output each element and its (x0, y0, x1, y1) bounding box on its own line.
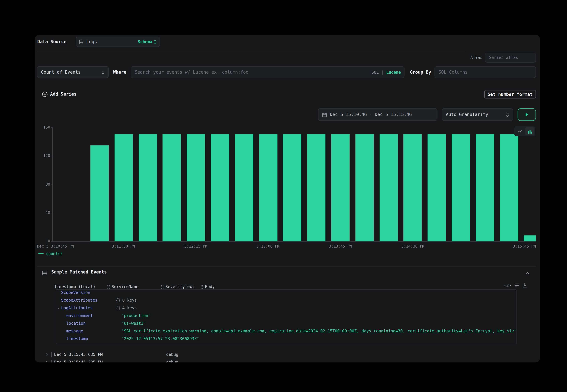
chart-bar (114, 134, 133, 241)
column-header-body[interactable]: Body (201, 284, 215, 289)
y-tick-label: 40 (35, 210, 50, 215)
chart-bar (524, 236, 536, 241)
sql-option[interactable]: SQL (371, 70, 379, 74)
event-row[interactable]: ›Dec 5 3:15:45.235 PMdebug (35, 358, 540, 362)
drag-handle-icon (161, 285, 164, 289)
x-tick-label: 3:15:45 PM (513, 244, 536, 249)
detail-meta: 0 keys (122, 297, 137, 304)
y-tick-label: 80 (35, 182, 50, 186)
x-tick-label: Dec 5 3:10:45 PM (37, 244, 74, 249)
code-icon[interactable]: </> (504, 283, 511, 287)
y-tick-mark (51, 184, 52, 185)
time-range-picker[interactable]: Dec 5 15:10:46 - Dec 5 15:15:46 (318, 108, 438, 121)
chart-bar (138, 134, 157, 241)
legend-label: count() (46, 252, 62, 256)
chart-legend: count() (39, 252, 62, 256)
bar-chart-icon[interactable] (525, 127, 535, 135)
detail-key: ScopeAttributes (61, 297, 97, 304)
x-tick-label: 3:12:15 PM (170, 244, 221, 249)
chart-bar (331, 134, 349, 241)
language-toggle: SQL | Lucene (371, 66, 401, 78)
schema-button[interactable]: Schema (138, 39, 157, 44)
time-range-value: Dec 5 15:10:46 - Dec 5 15:15:46 (330, 112, 412, 117)
chart-bar (355, 134, 373, 241)
chart-bar (163, 134, 181, 241)
collapse-icon[interactable] (525, 272, 530, 275)
chart-bar (211, 134, 229, 241)
rows-icon[interactable] (514, 283, 519, 287)
chart-bar (428, 134, 446, 241)
data-source-value: Logs (86, 39, 97, 44)
detail-row: messageSSL certificate expiration warnin… (56, 327, 517, 335)
detail-row[interactable]: ▾LogAttributes{}4 keys (56, 304, 517, 312)
chart-bar (403, 134, 422, 241)
calendar-icon (322, 112, 327, 117)
detail-value: us-west1 (122, 320, 146, 327)
x-tick-label: 3:13:00 PM (242, 244, 293, 249)
detail-row[interactable]: ScopeAttributes{}0 keys (56, 297, 517, 304)
language-divider: | (381, 70, 384, 74)
detail-key: ScopeVersion (61, 289, 90, 297)
alias-input[interactable] (485, 53, 536, 63)
add-series-button[interactable]: Add Series (42, 90, 77, 98)
chevron-right-icon[interactable]: › (45, 350, 48, 358)
event-timestamp: Dec 5 3:15:45.635 PM (54, 351, 103, 358)
detail-meta: 4 keys (122, 304, 137, 312)
detail-row: environmentproduction (56, 312, 517, 320)
event-row[interactable]: ›Dec 5 3:15:45.635 PMdebug (35, 351, 540, 358)
chart-bar (307, 134, 325, 241)
event-timestamp: Dec 5 3:15:45.235 PM (54, 358, 103, 362)
aggregate-value: Count of Events (41, 70, 81, 75)
legend-swatch (39, 253, 44, 254)
y-tick-label: 0 (35, 239, 50, 243)
braces-icon: {} (116, 304, 121, 312)
column-label: ServiceName (112, 284, 138, 289)
group-by-input[interactable] (434, 66, 536, 78)
chart-bar (452, 134, 470, 241)
granularity-select[interactable]: Auto Granularity (442, 108, 513, 121)
data-source-label: Data Source (37, 39, 67, 44)
column-header-severitytext[interactable]: SeverityText (161, 284, 194, 289)
y-tick-label: 160 (35, 125, 50, 129)
event-detail-panel: ScopeVersionScopeAttributes{}0 keys▾LogA… (55, 289, 517, 344)
detail-key: location (66, 320, 86, 327)
chart-explorer-panel: Data Source Logs Schema Alias Count of E… (35, 35, 540, 363)
events-title: Sample Matched Events (51, 269, 107, 275)
event-severity: debug (166, 351, 178, 358)
aggregate-select[interactable]: Count of Events (37, 66, 109, 78)
event-severity: debug (166, 358, 178, 362)
detail-key: LogAttributes (61, 304, 93, 312)
x-tick-label: 3:13:45 PM (315, 244, 366, 249)
chevron-updown-icon (101, 70, 105, 74)
detail-key: message (66, 327, 83, 335)
y-tick-mark (51, 241, 52, 241)
expand-triangle-icon[interactable]: ▾ (57, 304, 59, 312)
divider (37, 266, 536, 266)
download-icon[interactable] (522, 283, 527, 288)
chart-bar (283, 134, 301, 241)
play-icon (525, 112, 529, 117)
chart-bar (235, 134, 253, 241)
braces-icon: {} (116, 297, 121, 304)
severity-bar (51, 360, 52, 362)
column-header-timestamp[interactable]: Timestamp (Local) (54, 284, 95, 289)
chevron-right-icon[interactable]: › (45, 358, 48, 362)
set-number-format-button[interactable]: Set number format (484, 90, 536, 98)
search-input[interactable] (131, 66, 404, 78)
chart-bar (90, 145, 109, 241)
chart-bar (379, 134, 398, 241)
line-chart-icon[interactable] (515, 127, 524, 135)
column-header-servicename[interactable]: ServiceName (107, 284, 138, 289)
chart-type-toolbar (514, 126, 535, 136)
drag-handle-icon (107, 285, 110, 289)
detail-value: SSL certificate expiration warning, doma… (122, 327, 516, 335)
chevron-updown-icon (153, 39, 157, 44)
chart-plot[interactable] (52, 127, 536, 241)
run-query-button[interactable] (518, 108, 536, 121)
data-source-select[interactable]: Logs Schema (76, 37, 160, 47)
lucene-option[interactable]: Lucene (386, 70, 401, 74)
column-label: Timestamp (Local) (54, 284, 95, 289)
chevron-updown-icon (506, 112, 509, 117)
event-detail-rows: ScopeVersionScopeAttributes{}0 keys▾LogA… (56, 289, 517, 343)
table-actions: </> (504, 283, 527, 288)
